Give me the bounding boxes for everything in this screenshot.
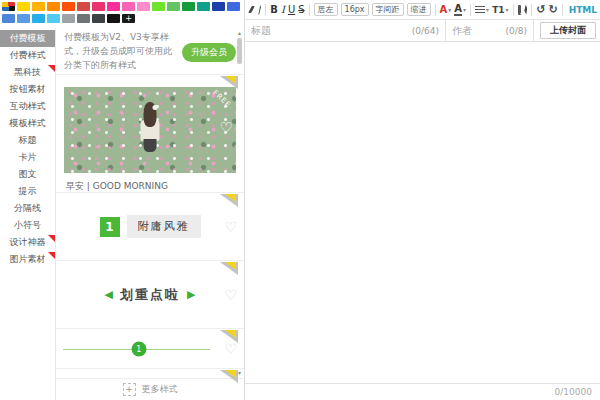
- number-box: 1: [100, 217, 120, 237]
- rainbow-swatch[interactable]: [2, 2, 15, 11]
- color-swatch[interactable]: [152, 2, 165, 11]
- color-swatch[interactable]: [182, 2, 195, 11]
- align-button[interactable]: 居左: [314, 3, 338, 16]
- color-swatch[interactable]: [47, 14, 60, 23]
- insert-image-icon[interactable]: [518, 5, 522, 15]
- divider-dot: 1: [131, 341, 146, 356]
- indent-button[interactable]: 缩进: [407, 3, 431, 16]
- person-figure: [141, 102, 160, 152]
- color-swatch[interactable]: [17, 14, 30, 23]
- strikethrough-button[interactable]: S: [298, 4, 304, 15]
- color-swatch[interactable]: [2, 14, 15, 23]
- bg-color-button[interactable]: A ▾: [454, 4, 466, 16]
- title-field-group: (0/64): [245, 20, 445, 41]
- color-swatch[interactable]: [212, 2, 225, 11]
- more-styles-label: 更多样式: [142, 383, 178, 396]
- color-swatch[interactable]: [17, 2, 30, 11]
- toolbar-divider: [309, 4, 310, 16]
- sidebar-item[interactable]: 图片素材: [0, 251, 55, 268]
- heading-button[interactable]: T1 ▾: [492, 5, 508, 15]
- color-swatch[interactable]: [107, 14, 120, 23]
- color-swatch[interactable]: [32, 2, 45, 11]
- upgrade-notice-text: 付费模板为V2、V3专享样式，升级会员成即可使用此分类下的所有样式: [64, 31, 178, 73]
- color-swatch[interactable]: [62, 2, 75, 11]
- toolbar-divider: [531, 4, 532, 16]
- title-counter: (0/64): [412, 26, 445, 36]
- sidebar-item[interactable]: 分隔线: [0, 200, 55, 217]
- template-panel: 付费模板为V2、V3专享样式，升级会员成即可使用此分类下的所有样式 升级会员 F…: [55, 28, 244, 400]
- template-card-numbered[interactable]: 1 附庸风雅 ♡: [56, 192, 244, 260]
- toolbar-divider: [513, 4, 514, 16]
- color-swatch[interactable]: [62, 14, 75, 23]
- sidebar-item[interactable]: 设计神器: [0, 234, 55, 251]
- template-card-arrows[interactable]: ◀ 划重点啦 ▶ ♡: [56, 260, 244, 328]
- list-icon: [475, 6, 485, 14]
- chevron-down-icon: ▾: [486, 6, 489, 13]
- color-swatch[interactable]: [92, 14, 105, 23]
- upload-cover-button[interactable]: 上传封面: [540, 22, 596, 39]
- add-color-button[interactable]: +: [122, 14, 135, 23]
- redo-icon[interactable]: ↻: [548, 4, 557, 15]
- person-hair: [144, 102, 157, 127]
- sidebar-item[interactable]: 小符号: [0, 217, 55, 234]
- format-pen-icon[interactable]: [258, 4, 261, 15]
- color-swatch[interactable]: [77, 14, 90, 23]
- list-button[interactable]: ▾: [475, 6, 489, 14]
- title-input[interactable]: [245, 25, 412, 36]
- sidebar-item[interactable]: 互动样式: [0, 98, 55, 115]
- clear-format-icon[interactable]: [248, 6, 255, 13]
- color-swatch[interactable]: [122, 2, 135, 11]
- palette-row-2: +: [2, 14, 244, 23]
- editor-content-area[interactable]: [245, 43, 600, 383]
- color-palette: +: [2, 2, 244, 26]
- underline-button[interactable]: U: [288, 4, 295, 15]
- font-color-button[interactable]: A ▾: [440, 4, 452, 15]
- color-swatch[interactable]: [137, 2, 150, 11]
- template-card-divider[interactable]: 1 ♡: [56, 328, 244, 368]
- sidebar-item[interactable]: 标题: [0, 132, 55, 149]
- bg-color-letter: A: [454, 4, 462, 16]
- favorite-icon[interactable]: ♡: [220, 119, 233, 137]
- more-styles-button[interactable]: + 更多样式: [56, 378, 244, 400]
- color-swatch[interactable]: [32, 14, 45, 23]
- undo-icon[interactable]: ↺: [536, 4, 545, 15]
- font-size-button[interactable]: 16px: [341, 3, 369, 16]
- plus-icon: +: [123, 383, 136, 396]
- toolbar-divider: [435, 4, 436, 16]
- sidebar-item[interactable]: 按钮素材: [0, 81, 55, 98]
- chevron-down-icon: ▾: [463, 6, 466, 13]
- editor-toolbar: B I U S 居左 16px 字间距 缩进 A ▾ A ▾ ▾: [245, 0, 600, 20]
- new-badge-icon: [48, 65, 55, 72]
- color-swatch[interactable]: [197, 2, 210, 11]
- letter-spacing-button[interactable]: 字间距: [372, 3, 404, 16]
- italic-button[interactable]: I: [281, 4, 285, 15]
- upgrade-membership-button[interactable]: 升级会员: [182, 43, 236, 62]
- sidebar-item[interactable]: 付费模板: [0, 30, 55, 47]
- sidebar-item[interactable]: 提示: [0, 183, 55, 200]
- color-swatch[interactable]: [107, 2, 120, 11]
- sidebar-item[interactable]: 黑科技: [0, 64, 55, 81]
- scrollbar-up-icon[interactable]: ▴: [236, 29, 243, 36]
- template-card-image[interactable]: FREE ♡ 早安 | GOOD MORNING: [56, 74, 244, 192]
- html-source-button[interactable]: HTML: [569, 5, 597, 15]
- bold-button[interactable]: B: [270, 4, 278, 15]
- color-swatch[interactable]: [227, 2, 240, 11]
- color-swatch[interactable]: [92, 2, 105, 11]
- color-swatch[interactable]: [47, 2, 60, 11]
- corner-fold-icon: [220, 370, 238, 384]
- template-image[interactable]: FREE ♡: [64, 87, 236, 173]
- color-swatch[interactable]: [167, 2, 180, 11]
- sidebar-item[interactable]: 图文: [0, 166, 55, 183]
- left-arrow-icon: ◀: [105, 288, 113, 301]
- sidebar-item[interactable]: 付费样式: [0, 47, 55, 64]
- scrollbar-thumb[interactable]: [237, 38, 242, 64]
- sidebar-item[interactable]: 卡片: [0, 149, 55, 166]
- editor-status-bar: 0/10000: [245, 383, 600, 400]
- arrow-heading-label: 划重点啦: [120, 286, 180, 304]
- author-field-group: (0/8): [446, 20, 533, 41]
- author-counter: (0/8): [505, 26, 533, 36]
- color-swatch[interactable]: [77, 2, 90, 11]
- char-counter: 0/10000: [555, 387, 592, 397]
- sidebar-item[interactable]: 模板样式: [0, 115, 55, 132]
- author-input[interactable]: [446, 25, 505, 36]
